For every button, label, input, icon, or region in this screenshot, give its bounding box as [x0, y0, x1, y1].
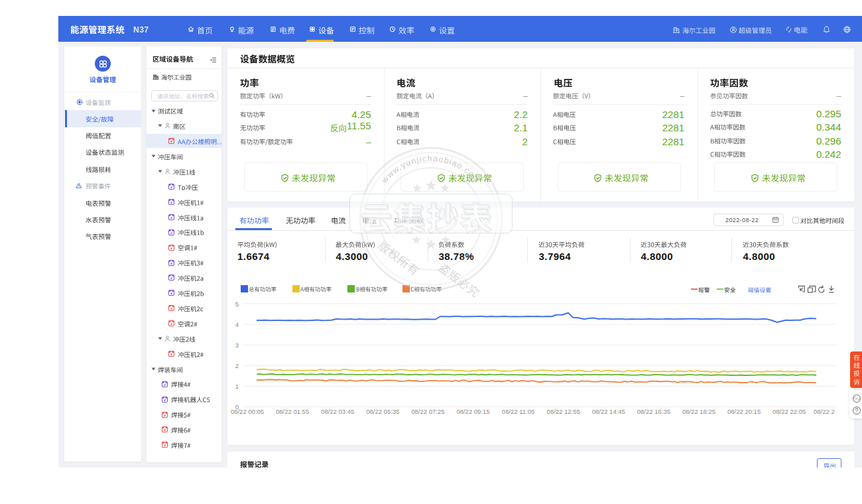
svg-text:08/22 07:25: 08/22 07:25 — [411, 408, 444, 415]
svg-text:08/22 2: 08/22 2 — [814, 408, 835, 415]
svg-text:2: 2 — [235, 362, 239, 369]
svg-text:08/22 11:05: 08/22 11:05 — [502, 408, 534, 415]
svg-text:3: 3 — [235, 342, 239, 349]
svg-text:08/22 01:55: 08/22 01:55 — [276, 408, 309, 415]
svg-text:4: 4 — [235, 321, 239, 328]
svg-text:08/22 09:15: 08/22 09:15 — [456, 408, 489, 415]
svg-text:08/22 12:55: 08/22 12:55 — [547, 408, 580, 415]
svg-text:08/22 00:05: 08/22 00:05 — [231, 408, 264, 415]
svg-text:08/22 16:35: 08/22 16:35 — [637, 408, 670, 415]
svg-text:08/22 05:35: 08/22 05:35 — [366, 408, 399, 415]
svg-text:1: 1 — [235, 383, 239, 390]
svg-text:5: 5 — [235, 300, 239, 308]
svg-text:08/22 14:45: 08/22 14:45 — [592, 408, 625, 415]
svg-text:08/22 20:15: 08/22 20:15 — [727, 408, 761, 415]
svg-text:08/22 22:05: 08/22 22:05 — [772, 408, 806, 415]
svg-text:08/22 18:25: 08/22 18:25 — [682, 408, 715, 415]
svg-text:08/22 03:45: 08/22 03:45 — [321, 408, 354, 415]
